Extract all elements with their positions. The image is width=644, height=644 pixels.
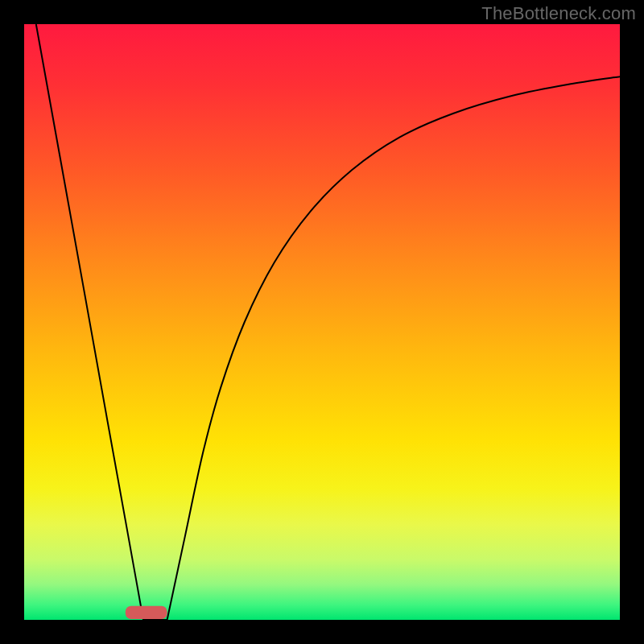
bottleneck-chart [24,24,620,620]
watermark-text: TheBottleneck.com [481,3,636,24]
plot-area [24,24,620,620]
gradient-background [24,24,620,620]
optimal-marker [126,606,167,619]
chart-frame: TheBottleneck.com [0,0,644,644]
